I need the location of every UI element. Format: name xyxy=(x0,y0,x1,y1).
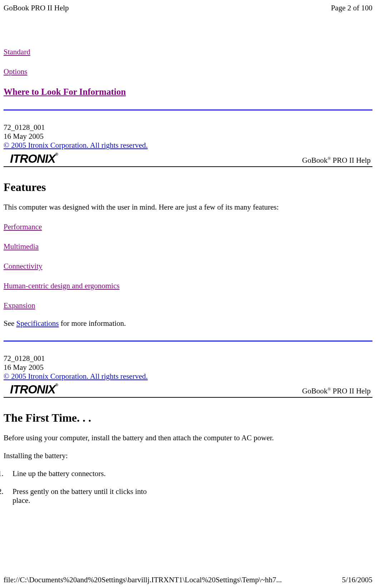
product-name: GoBook® PRO II Help xyxy=(302,387,372,396)
link-specifications[interactable]: Specifications xyxy=(16,319,59,328)
meta-block-2: 72_0128_001 16 May 2005 © 2005 Itronix C… xyxy=(4,354,372,381)
divider xyxy=(4,109,372,111)
divider xyxy=(4,340,372,342)
first-time-intro: Before using your computer, install the … xyxy=(4,433,372,442)
installing-label: Installing the battery: xyxy=(4,451,372,460)
header-title: GoBook PRO II Help xyxy=(4,4,69,13)
product-name: GoBook® PRO II Help xyxy=(302,156,372,166)
itronix-logo: ITRONIX® xyxy=(4,152,58,166)
link-multimedia[interactable]: Multimedia xyxy=(4,242,372,251)
see-specifications: See Specifications for more information. xyxy=(4,319,372,328)
link-expansion[interactable]: Expansion xyxy=(4,301,372,310)
link-performance[interactable]: Performance xyxy=(4,222,372,231)
section-header-2: ITRONIX® GoBook® PRO II Help xyxy=(4,383,372,398)
copyright-link[interactable]: © 2005 Itronix Corporation. All rights r… xyxy=(4,372,148,381)
link-options[interactable]: Options xyxy=(4,67,372,76)
copyright-link[interactable]: © 2005 Itronix Corporation. All rights r… xyxy=(4,141,148,150)
link-standard[interactable]: Standard xyxy=(4,48,372,57)
link-where-to-look[interactable]: Where to Look For Information xyxy=(4,87,372,97)
doc-date: 16 May 2005 xyxy=(4,132,372,141)
footer-path: file://C:\Documents%20and%20Settings\bar… xyxy=(4,575,282,584)
page-info: Page 2 of 100 xyxy=(331,4,372,13)
doc-id: 72_0128_001 xyxy=(4,354,372,363)
footer-date: 5/16/2005 xyxy=(342,575,372,584)
step-1: Line up the battery connectors. xyxy=(5,469,148,478)
link-connectivity[interactable]: Connectivity xyxy=(4,262,372,271)
itronix-logo: ITRONIX® xyxy=(4,383,58,396)
meta-block-1: 72_0128_001 16 May 2005 © 2005 Itronix C… xyxy=(4,123,372,150)
section-header-1: ITRONIX® GoBook® PRO II Help xyxy=(4,152,372,167)
install-steps: Line up the battery connectors. Press ge… xyxy=(4,469,372,505)
heading-first-time: The First Time. . . xyxy=(4,411,372,425)
step-2: Press gently on the battery until it cli… xyxy=(5,487,148,505)
heading-features: Features xyxy=(4,181,372,194)
features-intro: This computer was designed with the user… xyxy=(4,203,372,212)
doc-id: 72_0128_001 xyxy=(4,123,372,132)
link-human-centric[interactable]: Human-centric design and ergonomics xyxy=(4,281,372,290)
doc-date: 16 May 2005 xyxy=(4,363,372,372)
